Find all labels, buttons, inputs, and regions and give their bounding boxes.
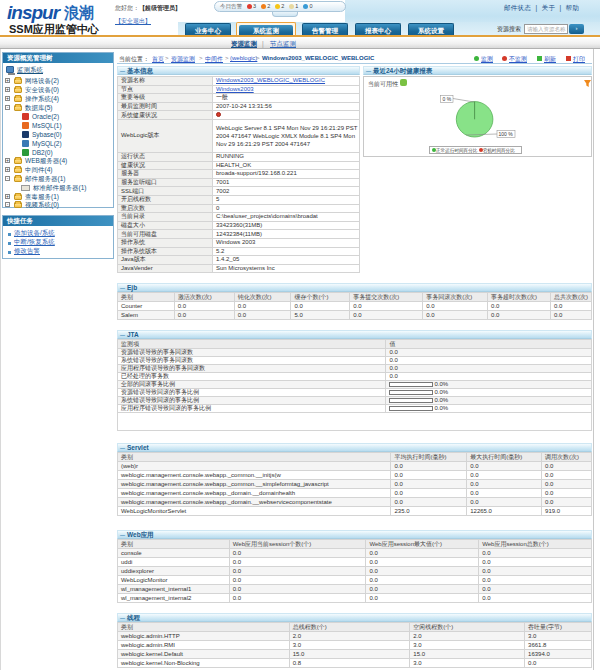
svg-text:100 %: 100 % — [499, 131, 514, 137]
svg-text:0 %: 0 % — [443, 96, 452, 102]
